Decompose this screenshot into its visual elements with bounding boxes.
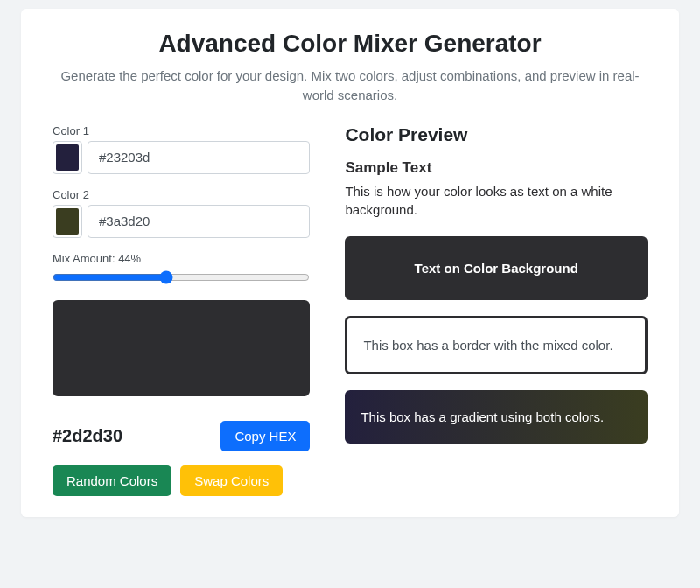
color2-row	[52, 205, 310, 238]
preview-heading: Color Preview	[345, 124, 648, 145]
text-on-color-label: Text on Color Background	[415, 261, 578, 276]
result-hex: #2d2d30	[52, 426, 122, 446]
controls-column: Color 1 Color 2 Mix Amount: 44% #2d2d30 …	[52, 124, 310, 496]
color1-label: Color 1	[52, 124, 310, 137]
mix-amount-slider[interactable]	[52, 270, 310, 284]
random-colors-button[interactable]: Random Colors	[52, 466, 172, 496]
hex-row: #2d2d30 Copy HEX	[52, 421, 310, 452]
color1-input[interactable]	[88, 141, 310, 174]
swap-colors-button[interactable]: Swap Colors	[180, 466, 283, 496]
gradient-block-text: This box has a gradient using both color…	[360, 410, 604, 424]
color2-label: Color 2	[52, 188, 310, 201]
card: Advanced Color Mixer Generator Generate …	[21, 9, 679, 517]
result-swatch	[52, 300, 310, 396]
sample-paragraph: This is how your color looks as text on …	[345, 182, 648, 219]
copy-hex-button[interactable]: Copy HEX	[220, 421, 310, 452]
mix-amount-label: Mix Amount: 44%	[52, 252, 310, 265]
color1-swatch-inner	[56, 144, 79, 171]
color1-swatch[interactable]	[52, 141, 82, 174]
border-block: This box has a border with the mixed col…	[345, 316, 648, 374]
text-on-color-block: Text on Color Background	[345, 236, 648, 300]
color2-input[interactable]	[88, 205, 310, 238]
preview-column: Color Preview Sample Text This is how yo…	[345, 124, 648, 496]
color2-swatch[interactable]	[52, 205, 82, 238]
sample-text-group: Sample Text This is how your color looks…	[345, 159, 648, 219]
columns: Color 1 Color 2 Mix Amount: 44% #2d2d30 …	[52, 124, 648, 496]
page-subtitle: Generate the perfect color for your desi…	[52, 66, 648, 105]
color2-swatch-inner	[56, 208, 79, 234]
page-title: Advanced Color Mixer Generator	[52, 30, 648, 58]
color1-row	[52, 141, 310, 174]
gradient-block: This box has a gradient using both color…	[345, 390, 648, 444]
sample-heading: Sample Text	[345, 159, 648, 177]
border-block-text: This box has a border with the mixed col…	[363, 338, 612, 353]
action-buttons: Random Colors Swap Colors	[52, 466, 310, 496]
